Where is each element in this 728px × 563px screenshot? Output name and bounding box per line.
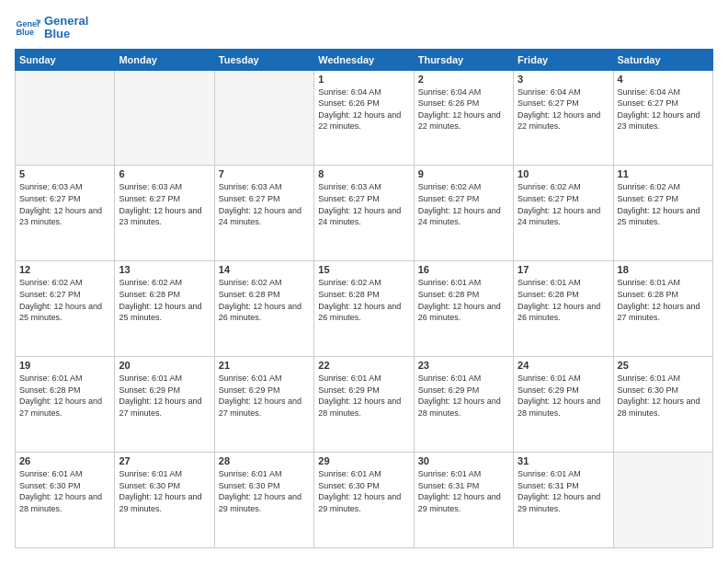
day-number: 15 xyxy=(318,264,409,275)
logo-text: GeneralBlue xyxy=(44,15,88,41)
calendar-cell: 24Sunrise: 6:01 AMSunset: 6:29 PMDayligh… xyxy=(514,357,613,453)
day-number: 30 xyxy=(418,455,509,466)
cell-info: Sunrise: 6:01 AMSunset: 6:30 PMDaylight:… xyxy=(119,468,210,514)
calendar-cell: 11Sunrise: 6:02 AMSunset: 6:27 PMDayligh… xyxy=(613,166,712,261)
cell-info: Sunrise: 6:01 AMSunset: 6:29 PMDaylight:… xyxy=(418,373,509,419)
day-number: 28 xyxy=(219,455,310,466)
day-number: 8 xyxy=(318,168,409,179)
cell-info: Sunrise: 6:01 AMSunset: 6:28 PMDaylight:… xyxy=(518,277,609,323)
svg-text:Blue: Blue xyxy=(16,29,34,38)
cell-info: Sunrise: 6:03 AMSunset: 6:27 PMDaylight:… xyxy=(219,181,310,227)
logo-icon: General Blue xyxy=(15,15,40,40)
day-number: 23 xyxy=(418,360,509,371)
day-number: 25 xyxy=(618,360,709,371)
calendar-cell: 22Sunrise: 6:01 AMSunset: 6:29 PMDayligh… xyxy=(314,357,414,453)
cell-info: Sunrise: 6:02 AMSunset: 6:27 PMDaylight:… xyxy=(418,181,509,227)
cell-info: Sunrise: 6:01 AMSunset: 6:28 PMDaylight:… xyxy=(19,373,110,419)
cell-info: Sunrise: 6:02 AMSunset: 6:27 PMDaylight:… xyxy=(518,181,609,227)
cell-info: Sunrise: 6:02 AMSunset: 6:28 PMDaylight:… xyxy=(219,277,310,323)
day-number: 5 xyxy=(19,168,110,179)
cell-info: Sunrise: 6:01 AMSunset: 6:30 PMDaylight:… xyxy=(219,468,310,514)
cell-info: Sunrise: 6:01 AMSunset: 6:30 PMDaylight:… xyxy=(318,468,409,514)
calendar-week-5: 26Sunrise: 6:01 AMSunset: 6:30 PMDayligh… xyxy=(16,453,713,548)
calendar-cell: 30Sunrise: 6:01 AMSunset: 6:31 PMDayligh… xyxy=(414,453,513,548)
day-number: 26 xyxy=(19,455,110,466)
calendar-cell: 18Sunrise: 6:01 AMSunset: 6:28 PMDayligh… xyxy=(613,261,712,357)
weekday-header-friday: Friday xyxy=(514,49,613,70)
weekday-header-saturday: Saturday xyxy=(613,49,712,70)
cell-info: Sunrise: 6:01 AMSunset: 6:29 PMDaylight:… xyxy=(119,373,210,419)
calendar-cell xyxy=(16,70,115,166)
calendar-cell: 26Sunrise: 6:01 AMSunset: 6:30 PMDayligh… xyxy=(16,453,115,548)
weekday-header-row: SundayMondayTuesdayWednesdayThursdayFrid… xyxy=(16,49,713,70)
calendar-cell: 19Sunrise: 6:01 AMSunset: 6:28 PMDayligh… xyxy=(16,357,115,453)
day-number: 4 xyxy=(618,74,709,85)
cell-info: Sunrise: 6:02 AMSunset: 6:27 PMDaylight:… xyxy=(618,181,709,227)
calendar-table: SundayMondayTuesdayWednesdayThursdayFrid… xyxy=(15,49,713,548)
calendar-cell: 3Sunrise: 6:04 AMSunset: 6:27 PMDaylight… xyxy=(514,70,613,166)
cell-info: Sunrise: 6:03 AMSunset: 6:27 PMDaylight:… xyxy=(318,181,409,227)
cell-info: Sunrise: 6:01 AMSunset: 6:28 PMDaylight:… xyxy=(618,277,709,323)
day-number: 22 xyxy=(318,360,409,371)
day-number: 17 xyxy=(518,264,609,275)
day-number: 27 xyxy=(119,455,210,466)
logo: General Blue GeneralBlue xyxy=(15,15,88,41)
cell-info: Sunrise: 6:01 AMSunset: 6:28 PMDaylight:… xyxy=(418,277,509,323)
calendar-cell: 20Sunrise: 6:01 AMSunset: 6:29 PMDayligh… xyxy=(115,357,214,453)
cell-info: Sunrise: 6:03 AMSunset: 6:27 PMDaylight:… xyxy=(19,181,110,227)
cell-info: Sunrise: 6:04 AMSunset: 6:27 PMDaylight:… xyxy=(618,86,709,132)
calendar-week-3: 12Sunrise: 6:02 AMSunset: 6:27 PMDayligh… xyxy=(16,261,713,357)
cell-info: Sunrise: 6:01 AMSunset: 6:29 PMDaylight:… xyxy=(318,373,409,419)
cell-info: Sunrise: 6:04 AMSunset: 6:26 PMDaylight:… xyxy=(418,86,509,132)
day-number: 24 xyxy=(518,360,609,371)
cell-info: Sunrise: 6:02 AMSunset: 6:27 PMDaylight:… xyxy=(19,277,110,323)
day-number: 16 xyxy=(418,264,509,275)
calendar-cell: 4Sunrise: 6:04 AMSunset: 6:27 PMDaylight… xyxy=(613,70,712,166)
calendar-cell: 1Sunrise: 6:04 AMSunset: 6:26 PMDaylight… xyxy=(314,70,414,166)
weekday-header-wednesday: Wednesday xyxy=(314,49,414,70)
calendar-cell: 7Sunrise: 6:03 AMSunset: 6:27 PMDaylight… xyxy=(214,166,313,261)
cell-info: Sunrise: 6:01 AMSunset: 6:30 PMDaylight:… xyxy=(19,468,110,514)
weekday-header-monday: Monday xyxy=(115,49,214,70)
day-number: 31 xyxy=(518,455,609,466)
cell-info: Sunrise: 6:02 AMSunset: 6:28 PMDaylight:… xyxy=(318,277,409,323)
calendar-cell: 14Sunrise: 6:02 AMSunset: 6:28 PMDayligh… xyxy=(214,261,313,357)
calendar-cell: 8Sunrise: 6:03 AMSunset: 6:27 PMDaylight… xyxy=(314,166,414,261)
day-number: 20 xyxy=(119,360,210,371)
calendar-cell: 16Sunrise: 6:01 AMSunset: 6:28 PMDayligh… xyxy=(414,261,513,357)
cell-info: Sunrise: 6:01 AMSunset: 6:29 PMDaylight:… xyxy=(219,373,310,419)
day-number: 6 xyxy=(119,168,210,179)
day-number: 3 xyxy=(518,74,609,85)
calendar-cell xyxy=(613,453,712,548)
calendar-cell: 17Sunrise: 6:01 AMSunset: 6:28 PMDayligh… xyxy=(514,261,613,357)
cell-info: Sunrise: 6:01 AMSunset: 6:31 PMDaylight:… xyxy=(418,468,509,514)
day-number: 21 xyxy=(219,360,310,371)
calendar-cell: 6Sunrise: 6:03 AMSunset: 6:27 PMDaylight… xyxy=(115,166,214,261)
calendar-cell: 25Sunrise: 6:01 AMSunset: 6:30 PMDayligh… xyxy=(613,357,712,453)
calendar-cell: 27Sunrise: 6:01 AMSunset: 6:30 PMDayligh… xyxy=(115,453,214,548)
cell-info: Sunrise: 6:01 AMSunset: 6:29 PMDaylight:… xyxy=(518,373,609,419)
day-number: 11 xyxy=(618,168,709,179)
cell-info: Sunrise: 6:04 AMSunset: 6:26 PMDaylight:… xyxy=(318,86,409,132)
day-number: 12 xyxy=(19,264,110,275)
day-number: 18 xyxy=(618,264,709,275)
day-number: 2 xyxy=(418,74,509,85)
calendar-cell: 12Sunrise: 6:02 AMSunset: 6:27 PMDayligh… xyxy=(16,261,115,357)
cell-info: Sunrise: 6:03 AMSunset: 6:27 PMDaylight:… xyxy=(119,181,210,227)
calendar-cell xyxy=(115,70,214,166)
weekday-header-tuesday: Tuesday xyxy=(214,49,313,70)
calendar-week-2: 5Sunrise: 6:03 AMSunset: 6:27 PMDaylight… xyxy=(16,166,713,261)
calendar-week-1: 1Sunrise: 6:04 AMSunset: 6:26 PMDaylight… xyxy=(16,70,713,166)
day-number: 7 xyxy=(219,168,310,179)
cell-info: Sunrise: 6:02 AMSunset: 6:28 PMDaylight:… xyxy=(119,277,210,323)
day-number: 1 xyxy=(318,74,409,85)
calendar-cell: 9Sunrise: 6:02 AMSunset: 6:27 PMDaylight… xyxy=(414,166,513,261)
weekday-header-sunday: Sunday xyxy=(16,49,115,70)
day-number: 29 xyxy=(318,455,409,466)
day-number: 10 xyxy=(518,168,609,179)
day-number: 14 xyxy=(219,264,310,275)
day-number: 19 xyxy=(19,360,110,371)
cell-info: Sunrise: 6:01 AMSunset: 6:31 PMDaylight:… xyxy=(518,468,609,514)
calendar-cell: 31Sunrise: 6:01 AMSunset: 6:31 PMDayligh… xyxy=(514,453,613,548)
calendar-cell: 23Sunrise: 6:01 AMSunset: 6:29 PMDayligh… xyxy=(414,357,513,453)
